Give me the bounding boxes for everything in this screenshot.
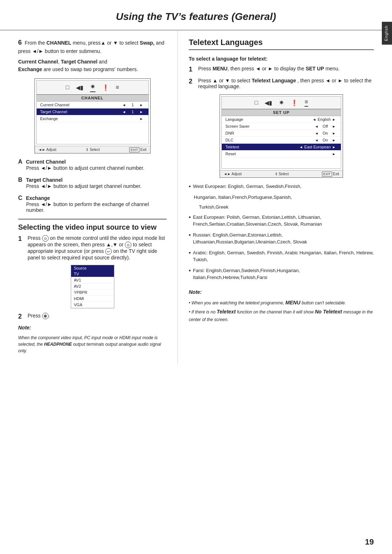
icon-timer: ❗ bbox=[102, 84, 109, 91]
setup-row-screensaver: Screen Saver ◄ Off ► bbox=[222, 123, 341, 130]
target-channel-right-arrow: ► bbox=[140, 110, 143, 114]
step1-right-text: Press MENU, then press ◄ or ► to display… bbox=[198, 66, 340, 71]
letter-b: B bbox=[18, 177, 23, 183]
bullet-farsi: • Farsi: English,German,Swdeish,Finnish,… bbox=[189, 267, 374, 281]
setup-row-teletext: Teletext ◄ East European ► bbox=[222, 144, 341, 151]
step1-teletext: 1 Press MENU, then press ◄ or ► to displ… bbox=[189, 66, 374, 73]
channel-menu-icon-row: □ ◀▮ ✷ ❗ ≡ bbox=[37, 81, 148, 95]
step6-block: 6 From the CHANNEL menu, press▲ or ▼ to … bbox=[18, 38, 167, 73]
item-c-title: Exchange bbox=[26, 195, 50, 201]
item-b-title: Target Channel bbox=[26, 177, 62, 183]
channel-menu-inner: □ ◀▮ ✷ ❗ ≡ CHANNEL Current Channel ◄ 1 ►… bbox=[36, 80, 149, 144]
source-row-tv: TV bbox=[71, 271, 114, 277]
screensaver-value: Off bbox=[320, 124, 331, 128]
letter-a: A bbox=[18, 159, 23, 165]
note-menu-bold: MENU bbox=[285, 300, 300, 305]
current-channel-label: Current Channel bbox=[40, 103, 121, 107]
letter-c: C bbox=[18, 195, 23, 201]
note-label-left: Note: bbox=[18, 324, 167, 332]
reset-right-arrow: ► bbox=[332, 152, 336, 156]
dnr-label: DNR bbox=[225, 131, 313, 135]
menu-bold: MENU bbox=[213, 66, 228, 71]
target-channel-value: 1 bbox=[127, 110, 138, 114]
menu-empty-space bbox=[37, 122, 148, 144]
page-number: 19 bbox=[365, 537, 374, 547]
indent-turkish: Turkish,Greek bbox=[189, 204, 374, 211]
step6-number: 6 bbox=[18, 39, 22, 46]
note-no-teletext-bold: No Teletext bbox=[315, 309, 342, 315]
setup-menu-empty-space bbox=[222, 157, 341, 168]
setup-menu-header: SET UP bbox=[222, 109, 341, 116]
dlc-right-arrow: ► bbox=[332, 138, 336, 142]
item-c-desc: Press ◄/► button to perform the exchange… bbox=[18, 201, 167, 213]
note-block-left: Note: When the component video input, PC… bbox=[18, 324, 167, 354]
current-channel-right-arrow: ► bbox=[140, 103, 143, 107]
bullet-dot-5: • bbox=[189, 267, 191, 274]
setup-exit-box: EXIT bbox=[322, 172, 332, 177]
bullet-arabic-text: Arabic: English, German, Swedish, Finnis… bbox=[193, 249, 374, 263]
item-a-desc: Press ◄/► button to adjust current chann… bbox=[18, 165, 144, 171]
exchange-label: Exchange bbox=[40, 116, 138, 121]
screensaver-right-arrow: ► bbox=[332, 124, 336, 128]
language-value: English bbox=[318, 117, 331, 122]
note-item-1: • When you are watching the teletext pro… bbox=[189, 299, 374, 307]
sub-heading-teletext: To select a language for teletext: bbox=[189, 55, 374, 63]
step6-from: From the bbox=[25, 40, 46, 46]
source-icon3: ↩ bbox=[105, 248, 112, 255]
setup-footer-exit: EXIT Exit bbox=[322, 172, 339, 176]
setup-menu-icon-row: □ ◀▮ ✷ ❗ ≡ bbox=[222, 97, 341, 109]
setup-bold: SET UP bbox=[306, 66, 324, 71]
screensaver-label: Screen Saver bbox=[225, 124, 313, 128]
step2-text: Press ⊕. bbox=[28, 313, 50, 319]
item-a: A Current Channel Press ◄/► button to ad… bbox=[18, 159, 167, 171]
target-channel-label: Target Channel bbox=[40, 110, 121, 114]
setup-icon-timer: ❗ bbox=[291, 99, 298, 106]
note-item-2: • If there is no Teletext function on th… bbox=[189, 308, 374, 323]
source-row-vga: VGA bbox=[71, 302, 114, 308]
right-column: Teletext Languages To select a language … bbox=[178, 30, 392, 364]
item-b-desc: Press ◄/► button to adjust target channe… bbox=[18, 183, 142, 189]
source-row-av1: AV1 bbox=[71, 277, 114, 283]
current-channel-value: 1 bbox=[127, 103, 138, 107]
dnr-value: On bbox=[320, 131, 331, 135]
bullet-east-european: • East European: Polish, German, Estonia… bbox=[189, 214, 374, 228]
bullet-dot-4: • bbox=[189, 249, 191, 256]
dnr-left-arrow: ◄ bbox=[315, 131, 318, 135]
source-row-av2: AV2 bbox=[71, 283, 114, 290]
bullet-arabic: • Arabic: English, German, Swedish, Finn… bbox=[189, 249, 374, 263]
channel-menu-box: □ ◀▮ ✷ ❗ ≡ CHANNEL Current Channel ◄ 1 ►… bbox=[34, 78, 151, 153]
step6-target-channel-bold: Target Channel bbox=[61, 59, 97, 65]
footer-adjust: ◄► Adjust bbox=[38, 148, 57, 152]
side-tab-english: English bbox=[382, 22, 392, 45]
screensaver-left-arrow: ◄ bbox=[315, 124, 318, 128]
source-icon: ⊙ bbox=[42, 235, 49, 242]
bullet-west-text: West European: English, German, Swedish,… bbox=[193, 183, 302, 190]
source-icon2: ⊙ bbox=[125, 242, 131, 248]
left-column: 6 From the CHANNEL menu, press▲ or ▼ to … bbox=[0, 30, 178, 364]
current-channel-left-arrow: ◄ bbox=[122, 103, 126, 107]
setup-footer-adjust: ◄► Adjust bbox=[224, 172, 242, 176]
bullet-russian: • Russian: English,German,Estonian,Letti… bbox=[189, 231, 374, 246]
exit-box: EXIT bbox=[129, 147, 139, 152]
source-menu-box: Source TV AV1 AV2 YPBPR HDMI VGA bbox=[71, 265, 114, 308]
language-label: Language bbox=[225, 117, 311, 122]
bullet-russian-text: Russian: English,German,Estonian,Lettish… bbox=[193, 231, 374, 246]
setup-row-dnr: DNR ◄ On ► bbox=[222, 130, 341, 137]
channel-row-current: Current Channel ◄ 1 ► bbox=[37, 102, 148, 108]
teletext-section-heading: Teletext Languages bbox=[189, 38, 374, 50]
step1-right-number: 1 bbox=[189, 66, 197, 73]
bullet-dot-3: • bbox=[189, 231, 191, 238]
reset-label: Reset bbox=[225, 152, 331, 156]
step1-text: Press ⊙ on the remote control until the … bbox=[28, 235, 167, 260]
bullet-west-european: • West European: English, German, Swedis… bbox=[189, 183, 374, 190]
content-area: 6 From the CHANNEL menu, press▲ or ▼ to … bbox=[0, 30, 392, 364]
ok-icon: ⊕ bbox=[42, 313, 49, 319]
step1-video-input: 1 Press ⊙ on the remote control until th… bbox=[18, 235, 167, 260]
setup-icon-picture: □ bbox=[254, 99, 258, 106]
headphone-bold: HEADPHONE bbox=[44, 342, 72, 347]
bullet-east-text: East European: Polish, German, Estonian,… bbox=[193, 214, 374, 228]
bullet-dot-1: • bbox=[189, 183, 191, 190]
dlc-label: DLC bbox=[225, 138, 313, 142]
setup-icon-setup-selected: ≡ bbox=[305, 99, 308, 107]
page-title: Using the TV’s features (General) bbox=[22, 11, 370, 22]
